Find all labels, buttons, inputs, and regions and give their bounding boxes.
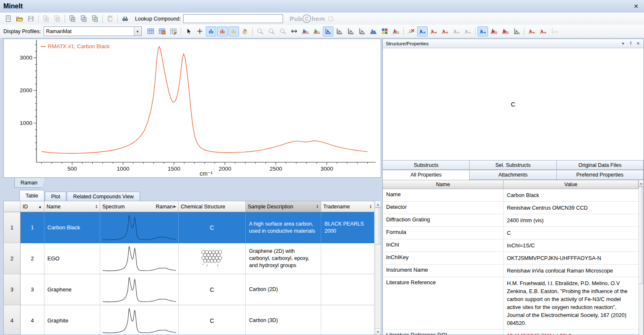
sort-icon[interactable]: ▲▼: [369, 205, 372, 209]
cell-tradename[interactable]: BLACK PEARLS 2000: [321, 212, 374, 243]
column-header-name[interactable]: Name▲▼: [44, 201, 100, 212]
transfer-spectrum-icon[interactable]: [512, 26, 522, 36]
cell-tradename[interactable]: [321, 274, 374, 305]
find-icon[interactable]: [120, 14, 130, 24]
column-header-structure[interactable]: Chemical Structure: [179, 201, 246, 212]
table-row[interactable]: 33GrapheneCCarbon (2D): [4, 274, 375, 305]
baseline-correct-icon[interactable]: [538, 26, 548, 36]
full-scale-icon[interactable]: [289, 26, 299, 36]
column-header-spectrum[interactable]: SpectrumRaman▶: [100, 201, 179, 212]
property-grid-header-name[interactable]: Name: [383, 180, 504, 189]
tab-original-data-files[interactable]: Original Data Files: [556, 160, 644, 170]
cell-structure[interactable]: C: [179, 305, 246, 335]
peak-table-icon[interactable]: [440, 26, 450, 36]
cell-name[interactable]: EGO: [44, 243, 100, 274]
table-view-icon[interactable]: [145, 26, 156, 36]
cell-structure[interactable]: [179, 243, 246, 274]
table-scroll-thumb[interactable]: [375, 208, 381, 244]
peak-pick-icon[interactable]: [527, 26, 537, 36]
tab-sel-substructs[interactable]: Sel. Substructs: [469, 160, 556, 170]
tab-related-compounds-view[interactable]: Related Compounds View: [67, 192, 140, 201]
open-file-icon[interactable]: [14, 14, 25, 24]
title-bar[interactable]: MineIt ✕: [0, 0, 644, 13]
property-row[interactable]: InChIInChI=1S/C: [383, 239, 639, 252]
tab-preferred-properties[interactable]: Preferred Properties: [556, 170, 644, 180]
properties-scroll-thumb[interactable]: [639, 187, 643, 284]
copy-icon[interactable]: [67, 14, 78, 24]
multi-spectra-alt-icon[interactable]: [500, 26, 511, 36]
cell-name[interactable]: Graphene: [44, 274, 100, 305]
cell-id[interactable]: 1: [21, 212, 44, 243]
copy-all-icon[interactable]: [90, 14, 100, 24]
panel-menu-icon[interactable]: ▾: [620, 40, 626, 47]
cell-id[interactable]: 4: [21, 305, 44, 335]
row-number[interactable]: 2: [4, 243, 21, 274]
raman-spectrum-chart[interactable]: 50010001500200025003000100020003000cm⁻¹R…: [4, 39, 381, 177]
pointer-icon[interactable]: [183, 26, 194, 36]
cell-id[interactable]: 3: [21, 274, 44, 305]
copy-with-structure-icon[interactable]: [78, 14, 89, 24]
column-header-tradename[interactable]: Tradename▲▼: [321, 201, 374, 212]
tab-raman[interactable]: Raman: [14, 178, 45, 188]
combo-dropdown-icon[interactable]: ▾: [134, 27, 141, 36]
cell-structure[interactable]: C: [179, 274, 246, 305]
tab-plot[interactable]: Plot: [45, 192, 67, 201]
structure-viewer[interactable]: C: [383, 48, 644, 161]
cell-tradename[interactable]: [321, 305, 374, 335]
property-grid-header-value[interactable]: Value: [504, 180, 639, 189]
property-row[interactable]: Literature ReferenceH.M. Fruehwald, I.I.…: [383, 277, 639, 330]
property-value-link[interactable]: 10.1149/1945-7111/ab92b9: [504, 330, 639, 335]
tab-all-properties[interactable]: All Properties: [382, 170, 470, 180]
overlay-view-icon[interactable]: [478, 26, 488, 36]
cell-name[interactable]: Carbon Black: [44, 212, 100, 243]
grid-view-icon[interactable]: [345, 26, 356, 36]
split-view-icon[interactable]: [334, 26, 345, 36]
band-cursor-icon[interactable]: [229, 26, 239, 36]
property-row[interactable]: Diffraction Grating2400 l/mm (vis): [383, 214, 639, 227]
property-row[interactable]: FormulaC: [383, 227, 639, 239]
sort-icon[interactable]: ▲▼: [316, 205, 319, 209]
tab-table[interactable]: Table: [19, 190, 44, 201]
window-close-icon[interactable]: ✕: [631, 2, 641, 11]
scroll-up-icon[interactable]: ▲: [375, 201, 381, 208]
sort-asc-icon[interactable]: ▲: [38, 205, 42, 209]
crosshair-icon[interactable]: [195, 26, 205, 36]
single-view-icon[interactable]: [323, 26, 333, 36]
multi-pane-view-icon[interactable]: [357, 26, 367, 36]
cell-spectrum[interactable]: [100, 212, 179, 243]
scroll-down-icon[interactable]: ▼: [375, 328, 381, 335]
panel-close-icon[interactable]: ✕: [635, 40, 641, 47]
cell-spectrum[interactable]: [100, 274, 179, 305]
table-scrollbar[interactable]: ▲ ▼: [375, 201, 381, 335]
new-document-icon[interactable]: [3, 14, 13, 24]
multi-spectra-icon[interactable]: [489, 26, 499, 36]
cell-spectrum[interactable]: [100, 243, 179, 274]
cell-structure[interactable]: C: [179, 212, 246, 243]
table-row[interactable]: 44GraphiteCCarbon (3D): [4, 305, 375, 335]
tab-substructs[interactable]: Substructs: [382, 160, 470, 170]
row-number[interactable]: 3: [4, 274, 21, 305]
property-row[interactable]: InChIKeyOKTJSMMVPCPJKN-UHFFFAOYSA-N: [383, 252, 639, 265]
column-header-id[interactable]: ID▲: [21, 201, 44, 212]
properties-scrollbar[interactable]: ▲: [639, 180, 644, 335]
cell-tradename[interactable]: [321, 243, 374, 274]
display-spectrum-icon[interactable]: [417, 26, 428, 36]
row-number[interactable]: 1: [4, 212, 21, 243]
peak-cursor-red-icon[interactable]: [217, 26, 228, 36]
property-row[interactable]: DetectorRenishaw Centrus OMCN39 CCD: [383, 202, 639, 214]
cell-spectrum[interactable]: [100, 305, 179, 335]
scroll-up-icon[interactable]: ▲: [639, 180, 643, 187]
overlay-spectra-icon[interactable]: [300, 26, 311, 36]
spectrum-type-label[interactable]: Raman▶: [156, 204, 176, 210]
pubchem-button[interactable]: PubChem: [290, 14, 325, 23]
stack-spectra-icon[interactable]: [312, 26, 322, 36]
cell-id[interactable]: 2: [21, 243, 44, 274]
display-profile-select[interactable]: RamanMat ▾: [44, 26, 142, 36]
table-row[interactable]: 11Carbon BlackCA high surface area carbo…: [4, 212, 375, 243]
contour-view-icon[interactable]: [379, 26, 390, 36]
property-row[interactable]: Instrument NameRenishaw inVia confocal R…: [383, 265, 639, 277]
cell-name[interactable]: Graphite: [44, 305, 100, 335]
cell-description[interactable]: Carbon (2D): [246, 274, 321, 305]
profile-table-icon[interactable]: [157, 26, 167, 36]
property-row[interactable]: NameCarbon Black: [383, 189, 639, 202]
